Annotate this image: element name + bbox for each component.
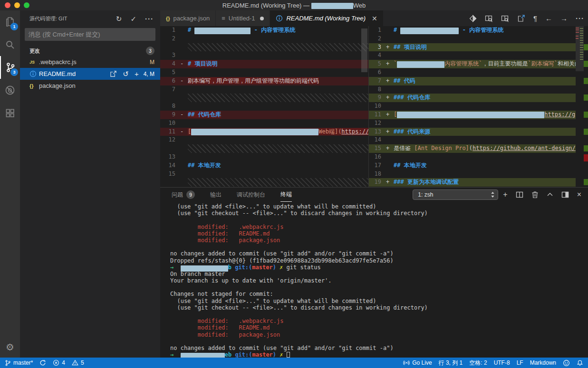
open-file-icon[interactable] <box>517 14 525 22</box>
markdown-preview-icon[interactable] <box>485 15 493 22</box>
redacted-text <box>181 265 228 272</box>
kill-terminal-icon[interactable] <box>531 191 539 198</box>
new-terminal-icon[interactable]: + <box>503 191 507 198</box>
diff-marker <box>386 51 394 60</box>
line-content <box>188 153 368 161</box>
dirty-indicator <box>260 17 264 20</box>
activity-debug[interactable] <box>0 79 20 102</box>
navigate-back-icon[interactable]: ← <box>545 14 552 22</box>
panel-tab-2[interactable]: 调试控制台 <box>237 188 265 202</box>
close-tab-icon[interactable]: ✕ <box>372 15 377 22</box>
line-content: # - 内容管理系统 <box>394 26 576 35</box>
explorer-badge: 1 <box>10 23 18 30</box>
open-file-icon[interactable] <box>110 70 117 77</box>
terminal-line: (use "git add <file>..." to update what … <box>170 203 588 210</box>
status-feedback[interactable] <box>563 359 570 367</box>
split-terminal-icon[interactable] <box>516 191 523 198</box>
markdown-preview-side-icon[interactable] <box>501 15 509 22</box>
panel-tab-label: 终端 <box>280 190 292 198</box>
terminal-picker[interactable]: 1: zsh <box>413 189 498 200</box>
line-number: 2 <box>369 35 386 43</box>
panel-header: 问题9输出调试控制台终端 1: zsh + <box>160 188 588 202</box>
zoom-window-button[interactable] <box>24 2 29 8</box>
left-scrollbar[interactable] <box>361 28 367 72</box>
toggle-panel-layout-icon[interactable] <box>561 191 569 198</box>
line-number: 4 <box>160 60 180 68</box>
commit-check-icon[interactable]: ✓ <box>130 15 136 23</box>
diff-editor[interactable]: 1# - 内容管理系统234-# 项目说明56-剧本编写，用户管理，用户组管理等… <box>160 26 588 187</box>
status-branch[interactable]: master* <box>5 359 33 367</box>
status-go-live[interactable]: Go Live <box>403 359 432 366</box>
maximize-panel-icon[interactable] <box>547 191 553 198</box>
tab-package-json[interactable]: {}package.json <box>160 10 216 26</box>
diff-line-original-9: 9-## 代码仓库 <box>160 111 368 119</box>
line-number: 18 <box>369 170 386 179</box>
minimize-window-button[interactable] <box>14 2 20 8</box>
activity-extensions[interactable] <box>0 102 20 124</box>
terminal-output[interactable]: (use "git add <file>..." to update what … <box>160 202 588 358</box>
panel-tab-1[interactable]: 输出 <box>210 188 222 202</box>
open-changes-view-icon[interactable] <box>469 15 477 22</box>
activity-search[interactable] <box>0 33 20 56</box>
ruler-added-mark <box>584 94 588 101</box>
more-editor-actions-icon[interactable]: ··· <box>576 14 584 22</box>
diff-filler-row <box>160 144 368 153</box>
stage-changes-icon[interactable]: + <box>135 70 139 77</box>
ruler-added-mark <box>584 179 588 185</box>
tab-untitled-1[interactable]: ≡Untitled-1 <box>216 10 270 26</box>
diff-marker <box>180 35 188 43</box>
diff-original-pane[interactable]: 1# - 内容管理系统234-# 项目说明56-剧本编写，用户管理，用户组管理等… <box>160 26 368 187</box>
changes-section-label[interactable]: 更改 <box>29 47 40 55</box>
activity-explorer[interactable]: 1 <box>0 10 20 33</box>
status-warnings[interactable]: 5 <box>72 359 84 366</box>
window-controls <box>5 2 29 8</box>
activity-source-control[interactable]: 3 <box>0 56 20 79</box>
line-content <box>394 51 576 60</box>
activity-bar: 1 3 <box>0 10 20 358</box>
status-cursor-position[interactable]: 行 3, 列 1 <box>439 359 463 367</box>
line-number: 14 <box>160 161 180 170</box>
file-row-README.md[interactable]: README.md↺+4, M <box>20 68 160 80</box>
status-encoding[interactable]: UTF-8 <box>494 359 510 366</box>
file-row-package.json[interactable]: {}package.json <box>20 80 160 92</box>
refresh-icon[interactable]: ↻ <box>116 15 122 23</box>
line-content <box>394 102 576 111</box>
tab-readme-md-working-tree-[interactable]: README.md (Working Tree)✕ <box>270 10 383 26</box>
diff-modified-pane[interactable]: 1# - 内容管理系统23+## 项目说明45+`内容管理系统`，目前主要功能是… <box>368 26 588 187</box>
file-name: package.json <box>39 82 154 89</box>
status-sync[interactable] <box>39 359 46 366</box>
title-bar: README.md (Working Tree) — Web <box>0 0 588 10</box>
more-actions-icon[interactable]: ··· <box>145 15 154 23</box>
diff-line-modified-18: 18 <box>369 170 576 179</box>
line-content: ## 代码仓库 <box>188 111 368 119</box>
close-window-button[interactable] <box>5 2 10 8</box>
file-row-.webpackrc.js[interactable]: JS.webpackrc.jsM <box>20 56 160 68</box>
source-control-badge: 3 <box>10 68 18 76</box>
terminal-line: Dropped refs/stash@{0} (f1fbad92e096988a… <box>170 257 588 264</box>
pilcrow-whitespace-icon[interactable]: ¶ <box>533 14 537 22</box>
navigate-forward-icon[interactable]: → <box>560 14 568 22</box>
panel-tab-0[interactable]: 问题9 <box>172 188 195 202</box>
close-panel-icon[interactable]: × <box>577 191 581 198</box>
status-language[interactable]: Markdown <box>530 359 556 366</box>
diff-filler-row <box>160 94 368 102</box>
panel-tab-3[interactable]: 终端 <box>280 188 292 202</box>
line-content <box>188 85 368 94</box>
status-indentation[interactable]: 空格: 2 <box>469 359 487 367</box>
diff-line-original-2: 2 <box>160 35 368 43</box>
diff-marker: + <box>386 178 394 187</box>
line-number: 7 <box>369 77 386 85</box>
panel-tab-label: 输出 <box>210 191 222 199</box>
minimap[interactable] <box>576 26 584 187</box>
diff-line-modified-5: 5+`内容管理系统`，目前主要功能是`剧本编写`和相关的 <box>369 60 576 68</box>
status-eol[interactable]: LF <box>517 359 523 366</box>
commit-message-placeholder: 消息 (按 Cmd+Enter 提交) <box>29 30 100 39</box>
status-errors[interactable]: 4 <box>53 359 65 366</box>
select-arrows-icon <box>491 191 495 198</box>
status-notifications[interactable] <box>577 359 583 367</box>
discard-changes-icon[interactable]: ↺ <box>123 70 129 77</box>
manage-settings[interactable]: ⚙ <box>0 337 20 358</box>
file-status-badge: M <box>150 59 154 66</box>
commit-message-input[interactable]: 消息 (按 Cmd+Enter 提交) <box>25 28 155 41</box>
line-number: 3 <box>160 51 180 60</box>
